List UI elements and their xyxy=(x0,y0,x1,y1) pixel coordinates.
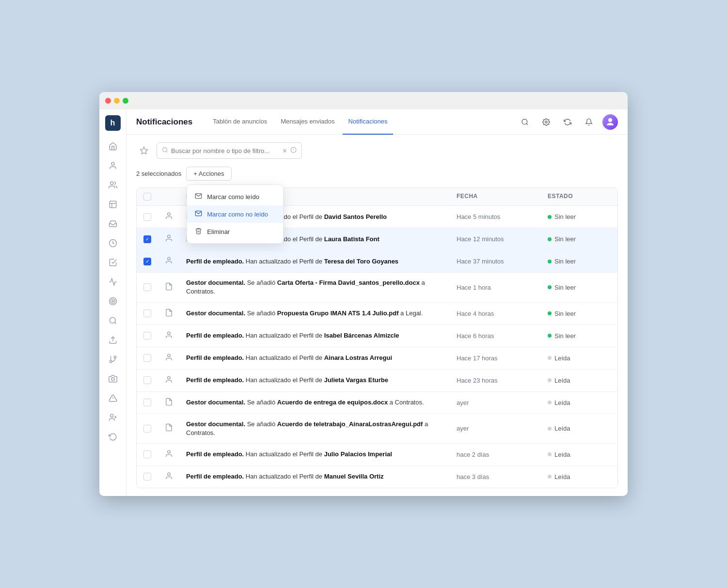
dropdown-delete[interactable]: Eliminar xyxy=(187,223,283,240)
status-label: Leída xyxy=(554,473,570,480)
status-label: Sin leer xyxy=(554,310,576,317)
sidebar-icon-home[interactable] xyxy=(104,138,122,155)
row-date-1: Hace 5 minutos xyxy=(457,213,544,220)
notifications-button[interactable] xyxy=(581,114,597,130)
row-notification-10[interactable]: Gestor documental. Se añadió Acuerdo de … xyxy=(186,420,453,437)
row-checkbox-4[interactable] xyxy=(143,283,161,291)
sidebar-icon-history[interactable] xyxy=(104,428,122,446)
sidebar-icon-people[interactable] xyxy=(104,176,122,194)
row-date-2: Hace 12 minutos xyxy=(457,235,544,243)
select-all-checkbox[interactable] xyxy=(143,193,151,201)
row-notification-4[interactable]: Gestor documental. Se añadió Carta Ofert… xyxy=(186,279,453,296)
actions-button[interactable]: + Acciones Marcar como leído xyxy=(186,167,231,181)
mark-unread-icon xyxy=(195,210,202,218)
status-label: Leída xyxy=(554,425,570,432)
row-checkbox-2[interactable] xyxy=(143,235,161,243)
row-checkbox-8[interactable] xyxy=(143,376,161,384)
sidebar-icon-upload[interactable] xyxy=(104,331,122,349)
app-logo: h xyxy=(105,115,121,131)
user-avatar[interactable] xyxy=(602,114,618,130)
th-date: Fecha xyxy=(457,193,544,201)
selection-bar: 2 seleccionados + Acciones Marcar como l… xyxy=(136,167,618,181)
svg-line-20 xyxy=(526,124,528,125)
row-notification-11[interactable]: Perfil de empleado. Han actualizado el P… xyxy=(186,450,453,459)
settings-button[interactable] xyxy=(538,114,554,130)
svg-point-33 xyxy=(168,376,171,379)
svg-rect-2 xyxy=(110,201,116,208)
sidebar-icon-check[interactable] xyxy=(104,254,122,271)
search-input[interactable] xyxy=(171,147,279,155)
row-checkbox-3[interactable] xyxy=(143,258,161,265)
svg-point-19 xyxy=(522,119,527,124)
row-checkbox-9[interactable] xyxy=(143,399,161,406)
sidebar-icon-target[interactable] xyxy=(104,293,122,310)
info-button[interactable] xyxy=(290,147,297,155)
sidebar-icon-inbox[interactable] xyxy=(104,215,122,232)
minimize-dot[interactable] xyxy=(114,98,120,104)
th-status: Estado xyxy=(548,193,611,201)
sidebar-icon-analytics[interactable] xyxy=(104,273,122,291)
mark-read-icon xyxy=(195,192,202,201)
row-checkbox-11[interactable] xyxy=(143,450,161,458)
status-label: Sin leer xyxy=(554,213,576,220)
row-icon-person xyxy=(165,212,182,222)
row-status-9: Leída xyxy=(548,399,611,406)
nav-tabs: Tablón de anuncios Mensajes enviados Not… xyxy=(207,109,507,135)
sidebar-icon-alert[interactable] xyxy=(104,389,122,407)
row-notification-6[interactable]: Perfil de empleado. Han actualizado el P… xyxy=(186,331,453,340)
row-checkbox-7[interactable] xyxy=(143,354,161,362)
clear-search-button[interactable]: ✕ xyxy=(282,147,287,155)
row-date-11: hace 2 días xyxy=(457,451,544,458)
row-checkbox-10[interactable] xyxy=(143,425,161,433)
star-button[interactable] xyxy=(136,143,152,158)
row-notification-7[interactable]: Perfil de empleado. Han actualizado el P… xyxy=(186,354,453,362)
actions-button-label: + Acciones xyxy=(193,170,224,177)
sidebar-icon-person[interactable] xyxy=(104,157,122,174)
row-notification-12[interactable]: Perfil de empleado. Han actualizado el P… xyxy=(186,472,453,481)
row-checkbox-5[interactable] xyxy=(143,309,161,317)
svg-line-24 xyxy=(166,151,167,152)
row-notification-8[interactable]: Perfil de empleado. Han actualizado el P… xyxy=(186,376,453,385)
row-date-6: Hace 6 horas xyxy=(457,332,544,340)
row-notification-9[interactable]: Gestor documental. Se añadió Acuerdo de … xyxy=(186,398,453,407)
svg-point-12 xyxy=(110,360,112,363)
tab-tablón[interactable]: Tablón de anuncios xyxy=(207,109,273,135)
status-label: Leída xyxy=(554,451,570,458)
row-checkbox-1[interactable] xyxy=(143,213,161,221)
svg-point-30 xyxy=(168,257,171,260)
search-button[interactable] xyxy=(517,114,533,130)
sidebar-icon-branch[interactable] xyxy=(104,351,122,368)
sidebar-icon-search2[interactable] xyxy=(104,312,122,329)
row-date-8: Hace 23 horas xyxy=(457,377,544,384)
dropdown-mark-read[interactable]: Marcar como leído xyxy=(187,188,283,205)
svg-line-8 xyxy=(114,323,116,324)
row-checkbox-12[interactable] xyxy=(143,473,161,480)
row-notification-5[interactable]: Gestor documental. Se añadió Propuesta G… xyxy=(186,309,453,318)
selected-count: 2 seleccionados xyxy=(136,170,181,177)
refresh-button[interactable] xyxy=(560,114,575,130)
row-icon-person xyxy=(165,331,182,341)
maximize-dot[interactable] xyxy=(123,98,128,104)
row-status-1: Sin leer xyxy=(548,213,611,220)
row-checkbox-6[interactable] xyxy=(143,332,161,340)
svg-point-35 xyxy=(168,473,171,476)
sidebar-icon-chart[interactable] xyxy=(104,196,122,213)
dropdown-mark-unread[interactable]: Marcar como no leído xyxy=(187,205,283,223)
row-icon-person xyxy=(165,234,182,244)
row-date-9: ayer xyxy=(457,399,544,406)
status-label: Leída xyxy=(554,355,570,362)
tab-mensajes[interactable]: Mensajes enviados xyxy=(275,109,340,135)
sidebar-icon-clock[interactable] xyxy=(104,234,122,252)
main-content: Notificaciones Tablón de anuncios Mensaj… xyxy=(126,109,628,496)
sidebar-icon-camera[interactable] xyxy=(104,370,122,387)
close-dot[interactable] xyxy=(105,98,111,104)
sidebar-icon-user-plus[interactable] xyxy=(104,409,122,426)
search-icon xyxy=(162,147,168,155)
mark-read-label: Marcar como leído xyxy=(207,193,259,201)
row-notification-3[interactable]: Perfil de empleado. Han actualizado el P… xyxy=(186,257,453,266)
content-area: ✕ 2 seleccionados + Acciones xyxy=(126,135,628,496)
tab-notificaciones[interactable]: Notificaciones xyxy=(343,109,394,135)
row-date-4: Hace 1 hora xyxy=(457,284,544,291)
table-row: Perfil de empleado. Han actualizado el P… xyxy=(137,325,617,347)
status-dot-read xyxy=(548,475,552,479)
